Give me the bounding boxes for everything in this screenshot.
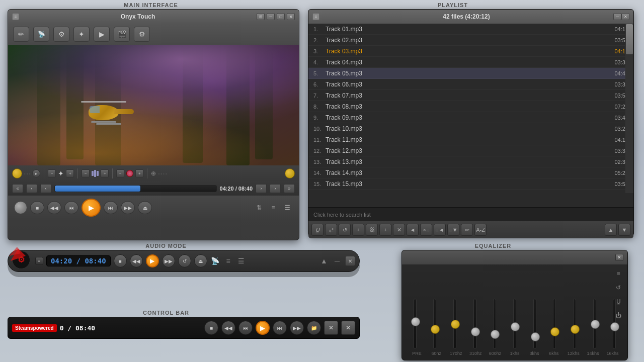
color-tool-button[interactable]: ⚙ xyxy=(53,27,69,42)
pl-shuffle-button[interactable]: ⇄ xyxy=(325,224,337,236)
pl-down-button[interactable]: ▼ xyxy=(618,224,630,236)
skip-forward-double-button[interactable]: » xyxy=(284,184,295,193)
eq-power-icon[interactable]: ⏻ xyxy=(613,311,623,321)
audio-close-button[interactable]: ✕ xyxy=(345,256,355,266)
cb-ex-button[interactable]: ✕ xyxy=(324,321,338,335)
pl-list-button[interactable]: ≡◄ xyxy=(434,224,446,236)
minus-button-2[interactable]: − xyxy=(82,169,90,177)
close-button[interactable]: ✕ xyxy=(287,13,295,20)
audio-stop-button[interactable]: ■ xyxy=(114,254,127,267)
playlist-item[interactable]: 5. Track 05.mp3 04:49 xyxy=(308,68,633,79)
audio-play-button[interactable]: ▶ xyxy=(146,254,159,267)
skip-back-button[interactable]: ‹ xyxy=(26,184,37,193)
playlist-item[interactable]: 3. Track 03.mp3 04:14 xyxy=(308,46,633,57)
pl-underline-button[interactable]: U̲ xyxy=(311,224,324,236)
prev-frame-button[interactable]: ‹ xyxy=(40,184,51,193)
cb-close-button[interactable]: ✕ xyxy=(341,321,355,335)
eq-slider-track[interactable] xyxy=(533,299,536,349)
minus-button-1[interactable]: − xyxy=(48,169,56,177)
playlist-item[interactable]: 15. Track 15.mp3 03:50 xyxy=(308,178,633,190)
eq-settings-icon[interactable]: ≡ xyxy=(613,268,623,279)
eq-slider-thumb[interactable] xyxy=(610,322,619,331)
plus-button-2[interactable]: + xyxy=(101,169,109,177)
minus-button-3[interactable]: − xyxy=(116,169,124,177)
eq-slider-track[interactable] xyxy=(453,299,456,349)
pl-order-button[interactable]: ×≡ xyxy=(420,224,432,236)
eq-slider-track[interactable] xyxy=(513,299,516,349)
yellow-knob-left[interactable] xyxy=(12,168,22,178)
eq-slider-thumb[interactable] xyxy=(431,325,440,334)
cb-next-button[interactable]: ⏭ xyxy=(273,321,287,335)
eq-slider-thumb[interactable] xyxy=(531,332,540,341)
pl-link-button[interactable]: ⛓ xyxy=(366,224,378,236)
eq-slider-thumb[interactable] xyxy=(471,327,480,336)
pl-add-button[interactable]: + xyxy=(352,224,364,236)
pl-select-button[interactable]: ◄ xyxy=(407,224,419,236)
next-button[interactable]: ⏭ xyxy=(104,201,118,214)
playlist-search-text[interactable]: Click here to search list xyxy=(313,212,371,218)
skip-forward-button[interactable]: › xyxy=(270,184,281,193)
eq-slider-thumb[interactable] xyxy=(451,320,460,329)
cb-prev-button[interactable]: ⏮ xyxy=(238,321,253,335)
eq-slider-track[interactable] xyxy=(414,299,417,349)
playlist-minimize-button[interactable]: ─ xyxy=(613,13,621,20)
playlist-item[interactable]: 11. Track 11.mp3 04:11 xyxy=(308,134,633,145)
pl-repeat-button[interactable]: ↺ xyxy=(339,224,351,236)
playlist-close-button[interactable]: ✕ xyxy=(621,13,629,20)
brightness-tool-button[interactable]: ✦ xyxy=(73,27,90,42)
playlist-search-bar[interactable]: Click here to search list xyxy=(308,207,633,221)
cb-rewind-button[interactable]: ◀◀ xyxy=(221,321,235,335)
fast-forward-button[interactable]: ▶▶ xyxy=(121,201,135,214)
media-tool-button[interactable]: ▶ xyxy=(94,27,110,42)
eq-slider-thumb[interactable] xyxy=(511,322,520,331)
cb-fast-forward-button[interactable]: ▶▶ xyxy=(290,321,304,335)
volume-knob[interactable] xyxy=(14,201,27,214)
audio-eq-icon[interactable]: ≡ xyxy=(223,257,233,265)
eq-slider-track[interactable] xyxy=(573,299,576,349)
next-frame-button[interactable]: › xyxy=(256,184,267,193)
audio-wireless-icon[interactable]: 📡 xyxy=(210,257,220,265)
settings-tool-button[interactable]: ⚙ xyxy=(134,27,150,42)
playlist-item[interactable]: 2. Track 02.mp3 03:53 xyxy=(308,35,633,46)
cb-play-button[interactable]: ▶ xyxy=(256,321,270,335)
sort-icon[interactable]: ⇅ xyxy=(254,202,265,213)
audio-prev-button[interactable]: ◀◀ xyxy=(130,254,143,267)
playlist-scrollbar[interactable] xyxy=(625,24,633,193)
minimize-button[interactable]: ─ xyxy=(267,13,275,20)
play-button[interactable]: ▶ xyxy=(82,199,101,217)
yellow-knob-right[interactable] xyxy=(285,168,295,178)
pl-edit-button[interactable]: ✏ xyxy=(461,224,473,236)
audio-repeat-button[interactable]: ↺ xyxy=(178,254,191,267)
rewind-button[interactable]: ◀◀ xyxy=(47,201,61,214)
audio-menu-button[interactable]: ≡ xyxy=(35,257,43,265)
pl-az-button[interactable]: A-Z xyxy=(474,224,487,236)
equalizer-close-button[interactable]: ✕ xyxy=(615,254,623,261)
audio-menu-icon2[interactable]: ☰ xyxy=(236,257,247,265)
playlist-item[interactable]: 4. Track 04.mp3 03:36 xyxy=(308,57,633,68)
skip-back-double-button[interactable]: « xyxy=(12,184,23,193)
eq-slider-thumb[interactable] xyxy=(491,330,500,339)
eq-slider-track[interactable] xyxy=(593,299,596,349)
cb-stop-button[interactable]: ■ xyxy=(204,321,218,335)
eq-slider-thumb[interactable] xyxy=(571,325,580,334)
playlist-item[interactable]: 13. Track 13.mp3 02:33 xyxy=(308,156,633,167)
eq-slider-track[interactable] xyxy=(433,299,436,349)
pl-up-button[interactable]: ▲ xyxy=(605,224,617,236)
broadcast-tool-button[interactable]: 📡 xyxy=(33,27,49,42)
playlist-item[interactable]: 12. Track 12.mp3 03:39 xyxy=(308,145,633,156)
eq-slider-track[interactable] xyxy=(473,299,476,349)
eq-slider-thumb[interactable] xyxy=(550,327,559,336)
seek-bar[interactable] xyxy=(54,185,217,192)
playlist-item[interactable]: 7. Track 07.mp3 03:52 xyxy=(308,90,633,101)
pencil-tool-button[interactable]: ✏ xyxy=(13,27,29,42)
eq-refresh-icon[interactable]: ↺ xyxy=(613,283,623,293)
pl-filter-button[interactable]: ≡▼ xyxy=(447,224,459,236)
eq-slider-thumb[interactable] xyxy=(411,317,420,326)
audio-up-icon[interactable]: ▲ xyxy=(319,257,329,265)
audio-next-button[interactable]: ▶▶ xyxy=(162,254,175,267)
playlist-item[interactable]: 8. Track 08.mp3 07:28 xyxy=(308,101,633,112)
eq-underline-icon[interactable]: U̲ xyxy=(613,297,623,307)
stop-button[interactable]: ■ xyxy=(30,201,44,214)
eq-slider-track[interactable] xyxy=(553,299,556,349)
eject-button[interactable]: ⏏ xyxy=(138,201,152,214)
